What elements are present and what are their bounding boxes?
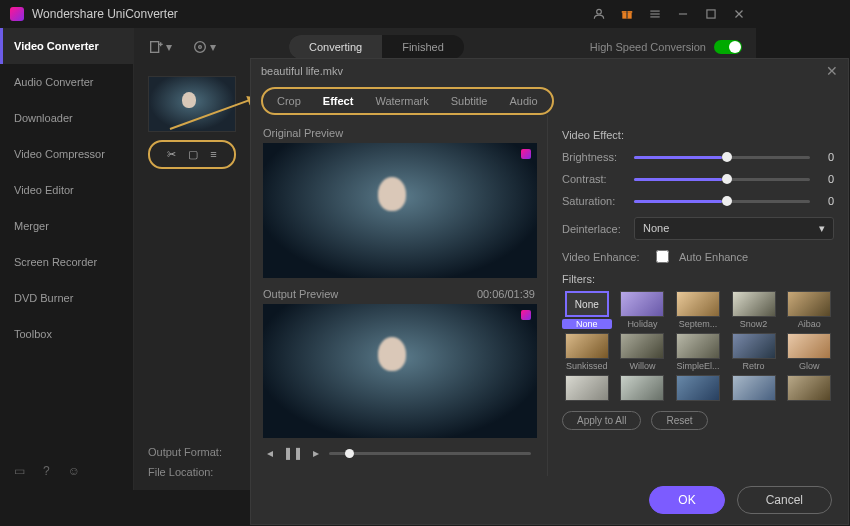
progress-slider[interactable]	[329, 452, 531, 455]
sidebar-item-merger[interactable]: Merger	[0, 208, 133, 244]
preview-column: Original Preview Output Preview00:06/01:…	[251, 115, 547, 476]
filter-13[interactable]	[729, 375, 779, 403]
filter-11[interactable]	[618, 375, 668, 403]
effect-dialog: beautiful life.mkv ✕ Crop Effect Waterma…	[250, 58, 849, 525]
filter-glow[interactable]: Glow	[784, 333, 834, 371]
deinterlace-label: Deinterlace:	[562, 223, 624, 235]
sidebar-item-screen-recorder[interactable]: Screen Recorder	[0, 244, 133, 280]
enhance-label: Video Enhance:	[562, 251, 646, 263]
video-thumbnail[interactable]	[148, 76, 236, 132]
dialog-close-icon[interactable]: ✕	[826, 63, 838, 79]
effect-icon[interactable]: ≡	[210, 148, 216, 161]
sidebar-item-video-editor[interactable]: Video Editor	[0, 172, 133, 208]
filter-snow2[interactable]: Snow2	[729, 291, 779, 329]
output-preview-label: Output Preview	[263, 288, 338, 300]
tab-watermark[interactable]: Watermark	[375, 95, 428, 107]
sidebar-item-video-compressor[interactable]: Video Compressor	[0, 136, 133, 172]
svg-rect-11	[151, 42, 159, 53]
svg-point-15	[199, 46, 202, 49]
output-preview	[263, 304, 537, 439]
book-icon[interactable]: ▭	[14, 464, 25, 478]
contrast-slider[interactable]	[634, 178, 810, 181]
tab-crop[interactable]: Crop	[277, 95, 301, 107]
user-icon[interactable]: ☺	[68, 464, 80, 478]
filter-14[interactable]	[784, 375, 834, 403]
status-tabs: Converting Finished	[289, 35, 464, 59]
cancel-button[interactable]: Cancel	[737, 486, 832, 514]
auto-enhance-checkbox[interactable]	[656, 250, 669, 263]
maximize-icon[interactable]	[704, 7, 718, 21]
tab-subtitle[interactable]: Subtitle	[451, 95, 488, 107]
contrast-value: 0	[820, 173, 834, 185]
hsc-toggle[interactable]	[714, 40, 742, 54]
next-frame-icon[interactable]: ▸	[313, 446, 319, 460]
sidebar-item-video-converter[interactable]: Video Converter	[0, 28, 133, 64]
pause-icon[interactable]: ❚❚	[283, 446, 303, 460]
brightness-value: 0	[820, 151, 834, 163]
saturation-value: 0	[820, 195, 834, 207]
video-effect-header: Video Effect:	[562, 129, 834, 141]
brightness-slider[interactable]	[634, 156, 810, 159]
dialog-filename: beautiful life.mkv	[261, 65, 343, 77]
transport-controls: ◂ ❚❚ ▸	[263, 438, 535, 468]
ok-button[interactable]: OK	[649, 486, 724, 514]
crop-icon[interactable]: ▢	[188, 148, 198, 161]
filter-aibao[interactable]: Aibao	[784, 291, 834, 329]
sidebar-item-dvd-burner[interactable]: DVD Burner	[0, 280, 133, 316]
filters-header: Filters:	[562, 273, 834, 285]
trim-icon[interactable]: ✂	[167, 148, 176, 161]
deinterlace-select[interactable]: None▾	[634, 217, 834, 240]
reset-button[interactable]: Reset	[651, 411, 707, 430]
original-preview-label: Original Preview	[263, 127, 343, 139]
filter-10[interactable]	[562, 375, 612, 403]
tab-audio[interactable]: Audio	[509, 95, 537, 107]
filter-12[interactable]	[673, 375, 723, 403]
filters-grid: NoneNone Holiday Septem... Snow2 Aibao S…	[562, 291, 834, 403]
add-disc-icon[interactable]: ▾	[192, 39, 216, 55]
dialog-tabs: Crop Effect Watermark Subtitle Audio	[261, 87, 554, 115]
watermark-icon	[521, 310, 531, 320]
menu-icon[interactable]	[648, 7, 662, 21]
gift-icon[interactable]	[620, 7, 634, 21]
watermark-icon	[521, 149, 531, 159]
sidebar-item-toolbox[interactable]: Toolbox	[0, 316, 133, 352]
filter-sunkissed[interactable]: Sunkissed	[562, 333, 612, 371]
brightness-label: Brightness:	[562, 151, 624, 163]
svg-point-14	[195, 42, 206, 53]
file-location-label: File Location:	[148, 466, 238, 478]
saturation-slider[interactable]	[634, 200, 810, 203]
tab-finished[interactable]: Finished	[382, 35, 464, 59]
add-file-icon[interactable]: ▾	[148, 39, 172, 55]
sidebar-footer: ▭ ? ☺	[0, 452, 133, 490]
titlebar: Wondershare UniConverter	[0, 0, 756, 28]
filter-holiday[interactable]: Holiday	[618, 291, 668, 329]
thumb-tools: ✂ ▢ ≡	[148, 140, 236, 169]
tab-effect[interactable]: Effect	[323, 95, 354, 107]
tab-converting[interactable]: Converting	[289, 35, 382, 59]
close-icon[interactable]	[732, 7, 746, 21]
filter-none[interactable]: NoneNone	[562, 291, 612, 329]
dialog-header: beautiful life.mkv ✕	[251, 59, 848, 83]
svg-point-0	[597, 9, 602, 14]
account-icon[interactable]	[592, 7, 606, 21]
output-format-label: Output Format:	[148, 446, 238, 458]
titlebar-controls	[592, 7, 746, 21]
sidebar-item-audio-converter[interactable]: Audio Converter	[0, 64, 133, 100]
svg-rect-3	[626, 11, 627, 19]
filter-simpleel[interactable]: SimpleEl...	[673, 333, 723, 371]
filter-september[interactable]: Septem...	[673, 291, 723, 329]
original-preview	[263, 143, 537, 278]
help-icon[interactable]: ?	[43, 464, 50, 478]
sidebar: Video Converter Audio Converter Download…	[0, 28, 134, 490]
saturation-label: Saturation:	[562, 195, 624, 207]
svg-rect-8	[707, 10, 715, 18]
dialog-footer: OK Cancel	[251, 476, 848, 524]
filter-retro[interactable]: Retro	[729, 333, 779, 371]
prev-frame-icon[interactable]: ◂	[267, 446, 273, 460]
filter-willow[interactable]: Willow	[618, 333, 668, 371]
minimize-icon[interactable]	[676, 7, 690, 21]
apply-to-all-button[interactable]: Apply to All	[562, 411, 641, 430]
hsc-label: High Speed Conversion	[590, 41, 706, 53]
sidebar-item-downloader[interactable]: Downloader	[0, 100, 133, 136]
chevron-down-icon: ▾	[819, 222, 825, 235]
